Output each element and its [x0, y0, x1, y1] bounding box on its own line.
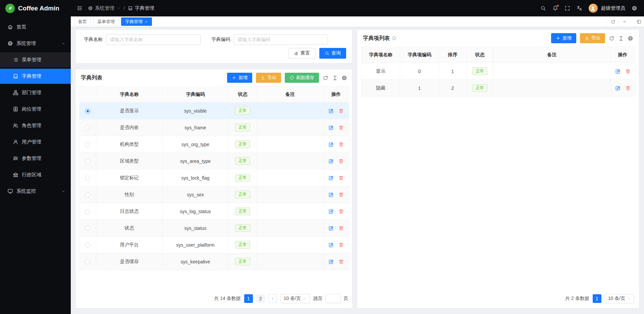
dict-code-input[interactable] — [233, 34, 328, 45]
row-radio[interactable] — [85, 176, 90, 181]
delete-icon[interactable] — [625, 69, 631, 74]
delete-icon[interactable] — [338, 142, 344, 147]
tab-menu-management[interactable]: 菜单管理 — [93, 17, 119, 26]
dict-row[interactable]: 区域类型sys_area_type正常 — [79, 153, 349, 170]
row-radio[interactable] — [85, 226, 90, 231]
delete-icon[interactable] — [338, 175, 344, 181]
dict-row[interactable]: 性别sys_sex正常 — [79, 186, 349, 203]
fullscreen-icon[interactable] — [565, 5, 570, 11]
delete-icon[interactable] — [338, 226, 344, 231]
edit-icon[interactable] — [328, 175, 334, 181]
tab-dict-management[interactable]: 字典管理 — [121, 17, 152, 26]
sidebar-item-system-monitor[interactable]: 系统监控 — [0, 184, 71, 199]
breadcrumb-item-dict[interactable]: 字典管理 — [128, 5, 154, 11]
delete-icon[interactable] — [338, 192, 344, 197]
add-dict-button[interactable]: 新增 — [227, 73, 252, 83]
add-item-button[interactable]: 新增 — [551, 33, 576, 43]
edit-icon[interactable] — [615, 85, 621, 91]
tab-options-button[interactable] — [619, 16, 630, 27]
sidebar-item-post-management[interactable]: 岗位管理 — [0, 102, 71, 117]
page-number-2[interactable]: 2 — [256, 294, 265, 303]
edit-icon[interactable] — [615, 69, 621, 74]
delete-icon[interactable] — [338, 242, 344, 248]
refresh-table-icon[interactable] — [323, 75, 328, 81]
sidebar-item-home[interactable]: 首页 — [0, 19, 71, 35]
row-radio[interactable] — [85, 159, 90, 164]
sidebar-item-role-management[interactable]: 角色管理 — [0, 118, 71, 133]
row-radio[interactable] — [85, 259, 90, 264]
delete-icon[interactable] — [625, 85, 631, 91]
column-settings-icon[interactable] — [628, 36, 633, 41]
row-radio[interactable] — [85, 243, 90, 248]
delete-icon[interactable] — [338, 108, 344, 114]
edit-icon[interactable] — [328, 242, 334, 248]
edit-icon[interactable] — [328, 108, 334, 114]
layout-toggle-button[interactable] — [634, 16, 644, 27]
refresh-cache-button[interactable]: 刷新缓存 — [285, 73, 319, 83]
page-size-select[interactable]: 10 条/页 — [280, 294, 310, 303]
sidebar-item-menu-management[interactable]: 菜单管理 — [0, 52, 71, 67]
edit-icon[interactable] — [328, 125, 334, 130]
delete-icon[interactable] — [338, 259, 344, 264]
avatar[interactable] — [589, 4, 598, 13]
dict-row[interactable]: 锁定标记sys_lock_flag正常 — [79, 170, 349, 186]
row-radio[interactable] — [85, 109, 90, 114]
delete-icon[interactable] — [338, 159, 344, 164]
sidebar-item-dict-management[interactable]: 字典管理 — [0, 69, 71, 84]
info-icon[interactable] — [392, 36, 396, 41]
status-cell: 正常 — [228, 220, 257, 237]
sidebar-item-admin-region[interactable]: 行政区域 — [0, 167, 71, 182]
menu-collapse-button[interactable] — [77, 5, 83, 11]
sidebar-item-user-management[interactable]: 用户管理 — [0, 134, 71, 149]
edit-icon[interactable] — [328, 259, 334, 264]
edit-icon[interactable] — [328, 192, 334, 197]
refresh-page-button[interactable] — [607, 16, 619, 27]
tab-home[interactable]: 首页 — [74, 17, 91, 26]
sidebar-item-dept-management[interactable]: 部门管理 — [0, 85, 71, 100]
row-radio[interactable] — [85, 142, 90, 147]
app-logo[interactable]: Coffee Admin — [0, 0, 71, 16]
delete-icon[interactable] — [338, 125, 344, 130]
query-button[interactable]: 查询 — [319, 48, 346, 59]
dict-row[interactable]: 用户平台sys_user_platform正常 — [79, 237, 349, 253]
delete-icon[interactable] — [338, 209, 344, 214]
dict-row[interactable]: 日志状态sys_log_status正常 — [79, 203, 349, 220]
page-number-1[interactable]: 1 — [593, 294, 601, 303]
page-jump-input[interactable] — [325, 294, 341, 303]
page-number-1[interactable]: 1 — [244, 294, 253, 303]
dict-row[interactable]: 是否显示sys_visible正常 — [79, 103, 349, 119]
edit-icon[interactable] — [328, 226, 334, 231]
sidebar-item-system-management[interactable]: 系统管理 — [0, 36, 71, 51]
row-radio[interactable] — [85, 125, 90, 130]
user-name[interactable]: 超级管理员 — [601, 5, 626, 11]
edit-icon[interactable] — [328, 209, 334, 214]
reset-button[interactable]: 重置 — [288, 48, 315, 59]
export-dict-button[interactable]: 导出 — [256, 73, 281, 83]
dict-row[interactable]: 机构类型sys_org_type正常 — [79, 136, 349, 153]
row-radio[interactable] — [85, 192, 90, 197]
edit-icon[interactable] — [328, 159, 334, 164]
page-size-select[interactable]: 10 条/页 — [605, 294, 634, 303]
close-icon[interactable] — [145, 20, 148, 23]
next-page-button[interactable] — [268, 294, 277, 303]
breadcrumb-item-system[interactable]: 系统管理 — [88, 5, 120, 11]
dict-item-row[interactable]: 显示01正常 — [362, 63, 635, 80]
dict-row[interactable]: 状态sys_status正常 — [79, 220, 349, 237]
row-radio[interactable] — [85, 209, 90, 214]
notifications-button[interactable] — [552, 5, 558, 11]
translate-icon[interactable] — [577, 5, 582, 11]
chevron-up-icon — [61, 42, 65, 46]
column-settings-icon[interactable] — [341, 75, 347, 81]
column-height-icon[interactable] — [332, 75, 338, 81]
export-item-button[interactable]: 导出 — [580, 33, 605, 43]
settings-gear-icon[interactable] — [632, 5, 637, 11]
dict-item-row[interactable]: 隐藏12正常 — [362, 80, 635, 97]
edit-icon[interactable] — [328, 142, 334, 147]
sidebar-item-param-management[interactable]: 参数管理 — [0, 151, 71, 166]
column-height-icon[interactable] — [618, 36, 624, 41]
refresh-table-icon[interactable] — [609, 36, 614, 41]
search-icon[interactable] — [540, 5, 546, 11]
dict-row[interactable]: 是否内嵌sys_frame正常 — [79, 119, 349, 136]
dict-name-input[interactable] — [106, 34, 201, 45]
dict-row[interactable]: 是否缓存sys_keepalive正常 — [79, 253, 349, 270]
